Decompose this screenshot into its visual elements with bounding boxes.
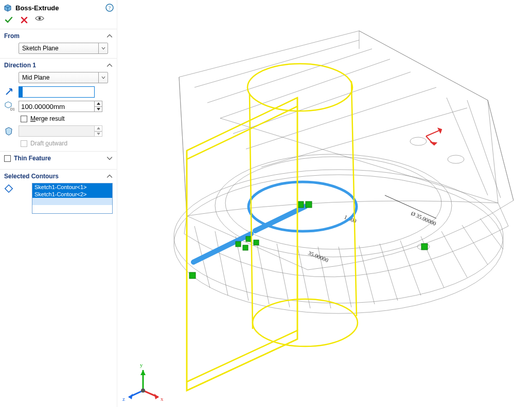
svg-rect-48: [246, 236, 251, 242]
spin-down-icon: [95, 132, 102, 137]
svg-line-27: [207, 49, 372, 103]
svg-line-15: [277, 244, 290, 307]
svg-line-26: [194, 40, 359, 87]
panel-header: Boss-Extrude ?: [0, 0, 117, 14]
spin-down-icon[interactable]: [95, 107, 102, 112]
depth-input[interactable]: [19, 101, 95, 112]
chevron-down-icon: [107, 155, 113, 161]
triad-y-label: y: [140, 362, 143, 368]
boss-extrude-icon: [3, 3, 12, 12]
section-contours-label: Selected Contours: [4, 173, 107, 180]
checkbox-icon: [21, 140, 27, 147]
dropdown-button[interactable]: [98, 72, 108, 83]
spin-up-icon: [95, 126, 102, 132]
contour-item[interactable]: Sketch1-Contour<1>: [32, 183, 112, 191]
svg-marker-43: [438, 128, 441, 133]
svg-rect-52: [189, 272, 196, 279]
spin-up-icon[interactable]: [95, 101, 102, 107]
from-dropdown-value: Sketch Plane: [19, 45, 98, 52]
svg-line-28: [220, 59, 390, 118]
section-thin-header[interactable]: Thin Feature: [4, 155, 113, 162]
contour-icon: [4, 184, 13, 194]
svg-text:D1: D1: [10, 107, 14, 111]
svg-line-30: [246, 87, 436, 149]
svg-marker-61: [140, 370, 146, 375]
cancel-icon[interactable]: [20, 15, 29, 25]
preview-icon[interactable]: [35, 15, 44, 25]
triad-x-label: x: [161, 396, 164, 402]
svg-marker-44: [431, 142, 436, 145]
svg-rect-46: [297, 201, 304, 208]
svg-text:?: ?: [109, 5, 111, 11]
draft-outward-label: Draft outward: [30, 140, 67, 147]
from-dropdown[interactable]: Sketch Plane: [19, 43, 108, 54]
dim-len: 35.00000: [307, 250, 329, 264]
svg-rect-47: [306, 201, 312, 208]
svg-rect-50: [236, 242, 241, 247]
section-selected-contours: Selected Contours Sketch1-Contour<1> Ske…: [0, 169, 117, 218]
help-icon[interactable]: ?: [105, 4, 114, 12]
panel-title: Boss-Extrude: [15, 4, 105, 12]
svg-point-54: [247, 64, 352, 111]
svg-point-8: [174, 175, 503, 313]
svg-line-21: [400, 240, 421, 295]
svg-point-10: [225, 157, 441, 249]
thin-feature-label: Thin Feature: [14, 155, 103, 162]
draft-spinner: [94, 125, 102, 137]
chevron-up-icon: [107, 33, 113, 39]
svg-rect-49: [254, 240, 259, 245]
direction1-method-value: Mid Plane: [19, 74, 98, 81]
contours-listbox[interactable]: Sketch1-Contour<1> Sketch1-Contour<2>: [32, 183, 113, 214]
svg-line-24: [462, 225, 488, 265]
svg-line-31: [261, 108, 467, 167]
svg-line-34: [488, 100, 513, 200]
draft-on-off-icon[interactable]: [4, 126, 14, 136]
section-thin-feature: Thin Feature: [0, 151, 117, 169]
svg-point-64: [141, 388, 145, 393]
chevron-up-icon: [107, 173, 113, 179]
svg-line-12: [215, 231, 228, 295]
svg-point-5: [39, 17, 41, 20]
draft-outward-checkbox: Draft outward: [21, 140, 113, 147]
direction1-method-dropdown[interactable]: Mid Plane: [19, 72, 108, 83]
triad-z-label: z: [122, 396, 125, 402]
contours-row: Sketch1-Contour<1> Sketch1-Contour<2>: [4, 183, 113, 214]
svg-line-36: [447, 98, 488, 195]
graphics-viewport[interactable]: Ø 35.00000 35.00000 1.000: [117, 0, 532, 407]
contour-item[interactable]: Sketch1-Contour<2>: [32, 191, 112, 198]
sketch-handles: [189, 201, 428, 279]
direction-vector-input[interactable]: [19, 86, 95, 98]
section-from-header[interactable]: From: [4, 32, 113, 40]
depth-row: D1: [4, 101, 113, 112]
datum-arrows: [426, 128, 441, 145]
svg-point-38: [448, 155, 464, 163]
merge-label: Merge result: [30, 115, 65, 122]
thin-feature-checkbox[interactable]: [4, 155, 11, 162]
svg-line-35: [467, 100, 501, 198]
section-direction1: Direction 1 Mid Plane D1: [0, 58, 117, 151]
reverse-direction-icon[interactable]: [4, 87, 14, 97]
view-triad[interactable]: x y z: [122, 362, 164, 402]
dropdown-button[interactable]: [98, 43, 108, 53]
svg-point-37: [410, 137, 427, 145]
svg-point-55: [253, 299, 358, 346]
section-direction1-header[interactable]: Direction 1: [4, 62, 113, 69]
confirm-row: [0, 14, 117, 29]
chevron-up-icon: [107, 62, 113, 68]
svg-line-32: [359, 31, 488, 100]
reverse-direction-row: [4, 86, 113, 98]
ok-icon[interactable]: [4, 15, 13, 25]
merge-result-checkbox[interactable]: Merge result: [21, 115, 113, 122]
svg-rect-51: [243, 245, 248, 250]
section-from-label: From: [4, 32, 107, 40]
model-wireframe: [174, 31, 513, 313]
draft-angle-input: [19, 125, 95, 137]
svg-rect-53: [421, 244, 428, 250]
checkbox-icon: [21, 116, 27, 122]
section-contours-header[interactable]: Selected Contours: [4, 173, 113, 180]
draft-row: [4, 125, 113, 137]
contour-empty-slot[interactable]: [32, 198, 112, 205]
depth-spinner[interactable]: [94, 101, 102, 112]
depth-icon[interactable]: D1: [4, 101, 14, 112]
svg-line-20: [380, 244, 398, 301]
